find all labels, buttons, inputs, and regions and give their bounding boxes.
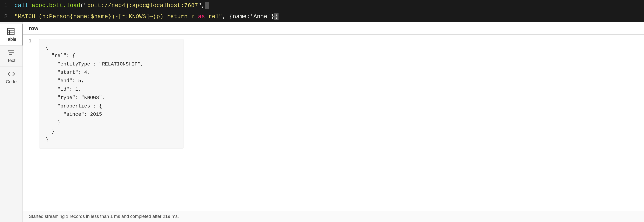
code-content-2: "MATCH (n:Person{name:$name})-[r:KNOWS]→… [14, 12, 278, 21]
code-editor: 1 call apoc.bolt.load("bolt://neo4j:apoc… [0, 0, 644, 22]
sidebar: Table Text Code [0, 22, 23, 222]
row-number: 1 [29, 37, 39, 44]
code-line-2: 2 "MATCH (n:Person{name:$name})-[r:KNOWS… [0, 11, 644, 22]
main-area: Table Text Code row 1 [0, 22, 644, 222]
sidebar-item-table-label: Table [6, 37, 16, 42]
svg-rect-0 [8, 28, 14, 35]
results-area: row 1 { "rel": { "entityType": "RELATION… [23, 22, 644, 222]
sidebar-item-text-label: Text [7, 58, 15, 63]
sidebar-item-code[interactable]: Code [0, 67, 22, 88]
code-content-1: call apoc.bolt.load("bolt://neo4j:apoc@l… [14, 1, 209, 10]
json-display: { "rel": { "entityType": "RELATIONSHIP",… [39, 39, 184, 149]
sidebar-item-table[interactable]: Table [0, 24, 22, 45]
row-cell: { "rel": { "entityType": "RELATIONSHIP",… [39, 37, 638, 151]
code-icon [8, 70, 15, 78]
sidebar-item-text[interactable]: Text [0, 45, 22, 67]
table-body: 1 { "rel": { "entityType": "RELATIONSHIP… [23, 35, 644, 211]
table-row: 1 { "rel": { "entityType": "RELATIONSHIP… [29, 35, 638, 153]
sidebar-item-code-label: Code [6, 79, 17, 84]
code-line-1: 1 call apoc.bolt.load("bolt://neo4j:apoc… [0, 0, 644, 11]
table-icon [7, 28, 15, 35]
status-message: Started streaming 1 records in less than… [29, 214, 179, 219]
column-header-row: row [29, 25, 38, 31]
table-header: row [23, 22, 644, 35]
status-bar: Started streaming 1 records in less than… [23, 211, 644, 222]
text-icon [8, 49, 15, 57]
line-number-1: 1 [4, 1, 14, 10]
line-number-2: 2 [4, 12, 14, 21]
